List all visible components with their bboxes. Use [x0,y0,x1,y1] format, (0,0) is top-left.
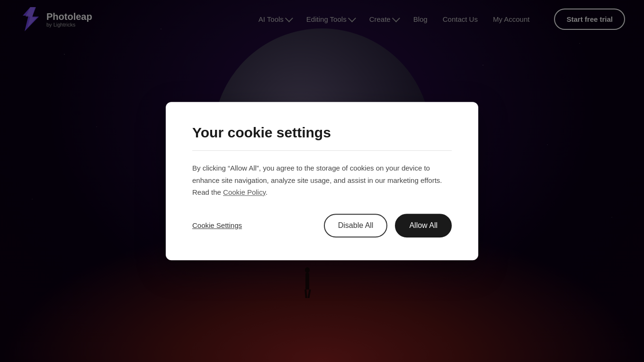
disable-all-button[interactable]: Disable All [324,214,388,237]
cookie-modal: Your cookie settings By clicking “Allow … [166,102,478,260]
modal-body: By clicking “Allow All”, you agree to th… [192,162,452,199]
modal-title: Your cookie settings [192,125,452,141]
allow-all-button[interactable]: Allow All [395,214,452,237]
cookie-policy-link[interactable]: Cookie Policy [223,188,266,196]
modal-footer: Cookie Settings Disable All Allow All [192,214,452,237]
modal-divider [192,150,452,151]
cookie-settings-link[interactable]: Cookie Settings [192,221,242,229]
